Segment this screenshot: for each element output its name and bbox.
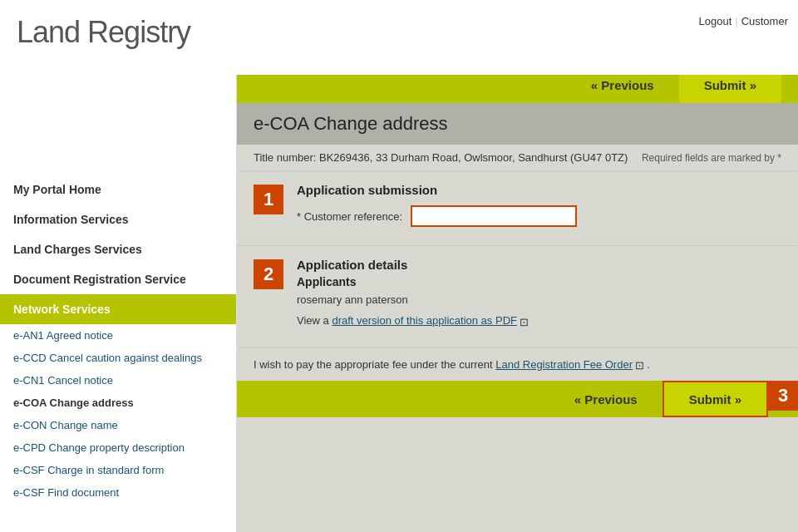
logout-link[interactable]: Logout xyxy=(698,15,732,27)
step-2-block: 2 Application details Applicants rosemar… xyxy=(237,246,798,348)
step-1-block: 1 Application submission * Customer refe… xyxy=(237,171,798,246)
customer-reference-row: * Customer reference: xyxy=(297,205,781,227)
applicant-name: rosemary ann paterson xyxy=(297,293,781,306)
step-2-title: Application details xyxy=(297,258,781,272)
sidebar-sub-e-an1[interactable]: e-AN1 Agreed notice xyxy=(0,324,236,347)
bottom-toolbar: « Previous Submit » 3 xyxy=(237,381,798,417)
sidebar-item-land-charges-services[interactable]: Land Charges Services xyxy=(0,234,236,264)
fee-text-row: I wish to pay the appropriate fee under … xyxy=(237,348,798,382)
bottom-right-group: Submit » 3 xyxy=(663,381,798,417)
sidebar: My Portal Home Information Services Land… xyxy=(0,66,237,532)
bottom-submit-button[interactable]: Submit » xyxy=(663,381,768,417)
step-3-number: 3 xyxy=(768,381,798,411)
step-1-number: 1 xyxy=(254,185,283,214)
step-2-number: 2 xyxy=(254,259,283,289)
sidebar-item-document-registration-service[interactable]: Document Registration Service xyxy=(0,264,236,294)
sidebar-sub-e-csf-find[interactable]: e-CSF Find document xyxy=(0,481,236,504)
fee-text-prefix: I wish to pay the appropriate fee under … xyxy=(254,358,495,371)
extern-icon-fee xyxy=(635,359,647,371)
sidebar-item-network-services[interactable]: Network Services xyxy=(0,294,236,324)
sidebar-sub-e-con[interactable]: e-CON Change name xyxy=(0,414,236,436)
required-fields-note: Required fields are marked by * xyxy=(642,152,781,164)
customer-reference-input[interactable] xyxy=(411,205,577,227)
page-title: e-COA Change address xyxy=(254,113,781,135)
fee-text-suffix: . xyxy=(647,358,650,371)
extern-icon-draft xyxy=(520,316,531,328)
bottom-previous-button[interactable]: « Previous xyxy=(549,381,663,417)
applicants-label: Applicants xyxy=(297,275,781,288)
info-bar: Title number: BK269436, 33 Durham Road, … xyxy=(237,145,798,171)
header-top-bar: Logout | Customer xyxy=(688,8,798,34)
step-1-content: Application submission * Customer refere… xyxy=(297,183,781,234)
title-number-info: Title number: BK269436, 33 Durham Road, … xyxy=(254,151,628,164)
draft-link-prefix: View a xyxy=(297,314,332,327)
header: Land Registry Logout | Customer xyxy=(0,0,798,75)
content-area: e-COA Change address Title number: BK269… xyxy=(237,103,798,532)
page-title-bar: e-COA Change address xyxy=(237,103,798,145)
fee-order-link[interactable]: Land Registration Fee Order xyxy=(495,358,633,371)
sidebar-sub-e-coa[interactable]: e-COA Change address xyxy=(0,392,236,414)
step-1-title: Application submission xyxy=(297,183,781,197)
main-content: « Previous Submit » e-COA Change address… xyxy=(237,66,798,532)
sidebar-sub-e-ccd[interactable]: e-CCD Cancel caution against dealings xyxy=(0,347,236,369)
sidebar-item-my-portal-home[interactable]: My Portal Home xyxy=(0,175,236,204)
sidebar-item-information-services[interactable]: Information Services xyxy=(0,204,236,234)
sidebar-sub-e-cpd[interactable]: e-CPD Change property description xyxy=(0,436,236,459)
bottom-toolbar-spacer xyxy=(237,381,549,417)
sidebar-sub-e-cn1[interactable]: e-CN1 Cancel notice xyxy=(0,369,236,392)
customer-label: Customer xyxy=(741,15,788,27)
logo: Land Registry xyxy=(17,15,781,50)
draft-link-row: View a draft version of this application… xyxy=(297,314,781,328)
separator: | xyxy=(735,15,737,27)
step-2-content: Application details Applicants rosemary … xyxy=(297,258,781,336)
customer-reference-label: * Customer reference: xyxy=(297,210,402,223)
sidebar-sub-e-csf-charge[interactable]: e-CSF Charge in standard form xyxy=(0,459,236,481)
draft-pdf-link[interactable]: draft version of this application as PDF xyxy=(332,314,517,327)
